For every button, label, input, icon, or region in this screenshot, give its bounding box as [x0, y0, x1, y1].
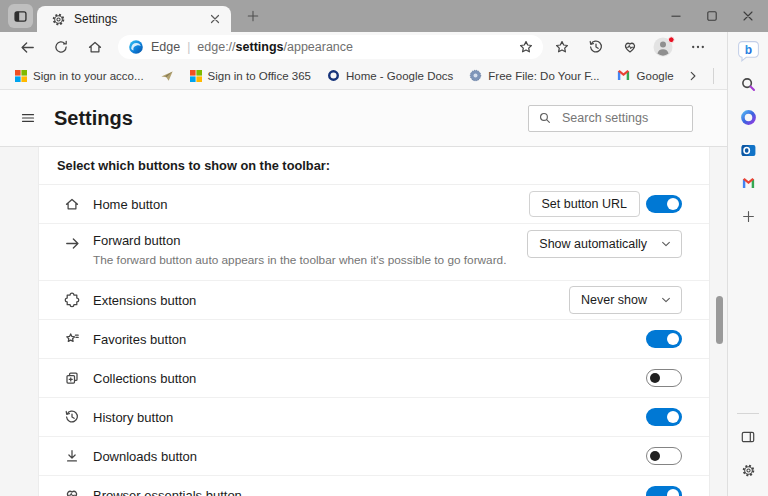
- edge-sidebar: b: [727, 32, 768, 496]
- row-text: Home button: [93, 197, 529, 212]
- profile-button[interactable]: [647, 33, 681, 61]
- row-controls: [646, 408, 682, 426]
- favorite-item[interactable]: [153, 66, 181, 86]
- gear-icon: [741, 463, 756, 478]
- set-button-url-button[interactable]: Set button URL: [529, 191, 640, 217]
- window-controls: [658, 0, 768, 32]
- plane-icon: [160, 69, 174, 83]
- ms-logo-icon: [190, 70, 202, 82]
- new-tab-button[interactable]: [241, 4, 265, 28]
- bing-chat-button[interactable]: b: [734, 37, 762, 65]
- row-label: Browser essentials button: [93, 488, 646, 496]
- stamp-icon: [469, 69, 482, 82]
- back-button[interactable]: [10, 33, 44, 61]
- settings-row: Favorites button: [39, 320, 709, 359]
- panel-icon: [740, 429, 756, 445]
- row-controls: Set button URL: [529, 191, 682, 217]
- toolbar-buttons-card: Select which buttons to show on the tool…: [38, 147, 710, 496]
- hamburger-icon: [20, 110, 36, 126]
- toggle-knob: [667, 411, 679, 423]
- settings-search-input[interactable]: [560, 110, 692, 126]
- plus-icon: [246, 9, 260, 23]
- row-text: Browser essentials button: [93, 488, 646, 496]
- favorite-item[interactable]: Google: [609, 65, 681, 86]
- settings-row: History button: [39, 398, 709, 437]
- home-button[interactable]: [78, 33, 112, 61]
- maximize-button[interactable]: [694, 0, 730, 32]
- favorite-label: Google: [637, 70, 674, 82]
- sidebar-settings-button[interactable]: [734, 456, 762, 484]
- settings-gear-icon: [51, 12, 66, 27]
- gmail-sidebar-button[interactable]: [734, 169, 762, 197]
- favorite-label: Sign in to Office 365: [208, 70, 311, 82]
- gmail-icon: [616, 68, 631, 83]
- copilot-icon: [739, 108, 758, 127]
- toggle-switch[interactable]: [646, 486, 682, 496]
- workspaces-button[interactable]: [8, 4, 33, 28]
- favorites-bar: Sign in to your acco...Sign in to Office…: [0, 62, 727, 90]
- dropdown-value: Never show: [581, 293, 647, 307]
- browser-essentials-button[interactable]: [613, 33, 647, 61]
- address-bar[interactable]: Edge | edge://settings/appearance: [118, 35, 543, 59]
- favorites-overflow-button[interactable]: [681, 62, 705, 90]
- more-icon: [690, 39, 706, 55]
- favorite-this-page-star-icon[interactable]: [518, 39, 534, 55]
- row-text: History button: [93, 410, 646, 425]
- tab-close-icon[interactable]: [207, 11, 223, 27]
- svg-text:b: b: [744, 43, 751, 57]
- minimize-button[interactable]: [658, 0, 694, 32]
- dropdown-select[interactable]: Never show: [569, 286, 682, 314]
- scrollbar-thumb[interactable]: [716, 296, 723, 344]
- toolbar-right-buttons: [545, 33, 715, 61]
- row-text: Extensions button: [93, 293, 569, 308]
- dropdown-select[interactable]: Show automatically: [527, 230, 682, 258]
- add-favorite-button[interactable]: [545, 33, 579, 61]
- favorite-label: Free File: Do Your F...: [488, 70, 599, 82]
- row-description: The forward button auto appears in the t…: [93, 253, 527, 267]
- row-label: Downloads button: [93, 449, 646, 464]
- favorite-item[interactable]: Sign in to Office 365: [183, 67, 318, 85]
- settings-row: Forward buttonThe forward button auto ap…: [39, 224, 709, 281]
- forward-icon: [63, 235, 81, 252]
- copilot-button[interactable]: [734, 103, 762, 131]
- chevron-down-icon: [660, 238, 672, 250]
- settings-search-box: [528, 105, 693, 132]
- favorite-item[interactable]: Home - Google Docs: [320, 66, 460, 85]
- toggle-switch[interactable]: [646, 447, 682, 465]
- back-icon: [19, 39, 36, 56]
- toggle-switch[interactable]: [646, 369, 682, 387]
- toggle-sidebar-button[interactable]: [734, 423, 762, 451]
- row-controls: [646, 486, 682, 496]
- history-button[interactable]: [579, 33, 613, 61]
- outlook-button[interactable]: [734, 136, 762, 164]
- refresh-icon: [53, 39, 69, 55]
- close-window-button[interactable]: [730, 0, 766, 32]
- row-text: Forward buttonThe forward button auto ap…: [93, 233, 527, 267]
- row-text: Collections button: [93, 371, 646, 386]
- home-icon: [63, 196, 81, 212]
- row-controls: [646, 447, 682, 465]
- refresh-button[interactable]: [44, 33, 78, 61]
- add-to-sidebar-button[interactable]: [734, 202, 762, 230]
- favorite-item[interactable]: Free File: Do Your F...: [462, 66, 606, 85]
- toggle-switch[interactable]: [646, 408, 682, 426]
- toggle-switch[interactable]: [646, 330, 682, 348]
- sidebar-search-button[interactable]: [734, 70, 762, 98]
- section-label: Select which buttons to show on the tool…: [39, 147, 709, 185]
- dropdown-value: Show automatically: [539, 237, 647, 251]
- tab-settings[interactable]: Settings: [37, 6, 231, 32]
- settings-row: Extensions buttonNever show: [39, 281, 709, 320]
- favorite-item[interactable]: Sign in to your acco...: [8, 67, 151, 85]
- history-icon: [588, 39, 604, 55]
- chevron-down-icon: [660, 294, 672, 306]
- settings-menu-button[interactable]: [14, 104, 42, 132]
- row-text: Favorites button: [93, 332, 646, 347]
- row-label: Favorites button: [93, 332, 646, 347]
- more-menu-button[interactable]: [681, 33, 715, 61]
- bing-chat-icon: b: [736, 39, 761, 64]
- address-url: edge://settings/appearance: [197, 40, 511, 54]
- toggle-switch[interactable]: [646, 195, 682, 213]
- home-icon: [87, 39, 103, 55]
- settings-header: Settings: [0, 90, 727, 147]
- tab-title: Settings: [74, 12, 199, 26]
